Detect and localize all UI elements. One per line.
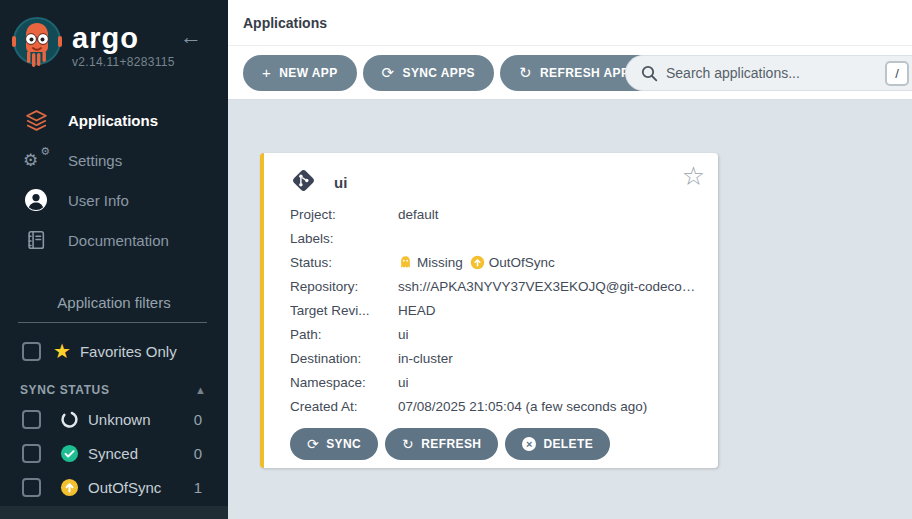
field-labels: Labels: bbox=[290, 226, 702, 250]
gear-icon: ⚙⚙ bbox=[23, 148, 49, 172]
filter-row-synced: Synced 0 bbox=[0, 436, 228, 470]
refresh-apps-label: REFRESH APPS bbox=[540, 66, 638, 80]
application-card-ui[interactable]: ☆ ui bbox=[260, 153, 718, 468]
outofsync-arrow-icon bbox=[470, 255, 485, 270]
filter-row-unknown: Unknown 0 bbox=[0, 402, 228, 436]
favorites-only-label: Favorites Only bbox=[80, 343, 177, 360]
toolbar: + NEW APP ⟳ SYNC APPS ↻ REFRESH APPS bbox=[228, 46, 912, 100]
outofsync-checkbox[interactable] bbox=[22, 478, 41, 497]
filter-count: 0 bbox=[194, 445, 202, 462]
health-missing-ghost-icon bbox=[398, 255, 413, 270]
sync-status-section-header: SYNC STATUS ▲ bbox=[0, 378, 228, 402]
new-app-button[interactable]: + NEW APP bbox=[243, 55, 357, 91]
sidebar-item-label: User Info bbox=[68, 192, 129, 209]
application-name[interactable]: ui bbox=[334, 174, 347, 191]
field-destination: Destination: in-cluster bbox=[290, 346, 702, 370]
favorite-star-icon: ★ bbox=[53, 341, 71, 361]
book-icon bbox=[23, 229, 49, 251]
sidebar-nav: Applications ⚙⚙ Settings User Info bbox=[0, 100, 228, 260]
field-repository: Repository: ssh://APKA3NYVY37VEX3EKOJQ@g… bbox=[290, 274, 702, 298]
slash-shortcut-badge: / bbox=[885, 61, 909, 86]
page-header: Applications bbox=[228, 0, 912, 46]
field-target-revision: Target Revi... HEAD bbox=[290, 298, 702, 322]
favorites-only-filter: ★ Favorites Only bbox=[0, 337, 228, 365]
sync-status-label[interactable]: OutOfSync bbox=[489, 255, 555, 270]
logo-wordmark: argo bbox=[72, 23, 175, 53]
filter-label: Synced bbox=[88, 445, 138, 462]
logo-row: argo v2.14.11+8283115 bbox=[10, 15, 175, 71]
filter-count: 0 bbox=[194, 411, 202, 428]
sync-icon: ⟳ bbox=[382, 65, 395, 80]
field-created-at: Created At: 07/08/2025 21:05:04 (a few s… bbox=[290, 394, 702, 418]
sidebar-item-label: Settings bbox=[68, 152, 122, 169]
filter-label: Unknown bbox=[88, 411, 151, 428]
sidebar-bottom-fade bbox=[0, 506, 228, 519]
sync-apps-label: SYNC APPS bbox=[403, 66, 476, 80]
filter-row-outofsync: OutOfSync 1 bbox=[0, 470, 228, 504]
field-status: Status: Missing bbox=[290, 250, 702, 274]
card-delete-button[interactable]: × DELETE bbox=[505, 428, 610, 460]
collapse-sidebar-icon[interactable]: ← bbox=[180, 26, 202, 48]
search-box: / bbox=[625, 55, 912, 91]
sidebar-item-user-info[interactable]: User Info bbox=[0, 180, 228, 220]
card-actions: ⟳ SYNC ↻ REFRESH × DELETE bbox=[290, 428, 702, 460]
sidebar-item-label: Documentation bbox=[68, 232, 169, 249]
refresh-icon: ↻ bbox=[519, 65, 532, 80]
sidebar-item-documentation[interactable]: Documentation bbox=[0, 220, 228, 260]
field-namespace: Namespace: ui bbox=[290, 370, 702, 394]
sidebar-item-label: Applications bbox=[68, 112, 158, 129]
collapse-section-icon[interactable]: ▲ bbox=[195, 384, 206, 396]
favorite-toggle-star-icon[interactable]: ☆ bbox=[682, 163, 705, 189]
applications-list: ☆ ui bbox=[228, 100, 912, 519]
refresh-icon: ↻ bbox=[402, 436, 414, 452]
version-label: v2.14.11+8283115 bbox=[72, 55, 175, 69]
main-area: Applications + NEW APP ⟳ SYNC APPS ↻ REF… bbox=[228, 0, 912, 519]
sidebar: argo v2.14.11+8283115 ← Applications ⚙⚙ bbox=[0, 0, 228, 519]
layers-icon bbox=[23, 108, 49, 133]
filters-divider bbox=[18, 322, 207, 323]
delete-circle-x-icon: × bbox=[522, 437, 536, 451]
application-filters-panel: Application filters ★ Favorites Only SYN… bbox=[0, 294, 228, 504]
argo-octopus-logo-icon bbox=[10, 15, 64, 71]
logo-texts: argo v2.14.11+8283115 bbox=[72, 23, 175, 69]
argocd-applications-page: argo v2.14.11+8283115 ← Applications ⚙⚙ bbox=[0, 0, 912, 519]
outofsync-status-icon bbox=[60, 478, 79, 497]
search-icon bbox=[641, 65, 658, 82]
unknown-status-icon bbox=[60, 410, 79, 429]
card-header: ui bbox=[290, 165, 702, 199]
sidebar-item-settings[interactable]: ⚙⚙ Settings bbox=[0, 140, 228, 180]
sync-status-title: SYNC STATUS bbox=[20, 383, 110, 397]
unknown-checkbox[interactable] bbox=[22, 410, 41, 429]
synced-status-icon bbox=[60, 444, 79, 463]
filter-label: OutOfSync bbox=[88, 479, 161, 496]
field-path: Path: ui bbox=[290, 322, 702, 346]
filters-title: Application filters bbox=[0, 294, 228, 311]
favorites-only-checkbox[interactable] bbox=[22, 342, 41, 361]
page-title: Applications bbox=[243, 15, 327, 31]
sync-icon: ⟳ bbox=[307, 436, 319, 452]
synced-checkbox[interactable] bbox=[22, 444, 41, 463]
search-input[interactable] bbox=[666, 65, 885, 81]
field-project: Project: default bbox=[290, 202, 702, 226]
sidebar-item-applications[interactable]: Applications bbox=[0, 100, 228, 140]
git-repo-icon bbox=[290, 167, 317, 198]
new-app-label: NEW APP bbox=[279, 66, 337, 80]
card-refresh-button[interactable]: ↻ REFRESH bbox=[385, 428, 498, 460]
filter-count: 1 bbox=[194, 479, 202, 496]
card-sync-button[interactable]: ⟳ SYNC bbox=[290, 428, 378, 460]
user-icon bbox=[23, 188, 49, 212]
health-status-label[interactable]: Missing bbox=[417, 255, 463, 270]
plus-icon: + bbox=[262, 65, 271, 80]
card-inner: ui Project: default Labels: Status: bbox=[264, 153, 718, 460]
sync-apps-button[interactable]: ⟳ SYNC APPS bbox=[363, 55, 494, 91]
